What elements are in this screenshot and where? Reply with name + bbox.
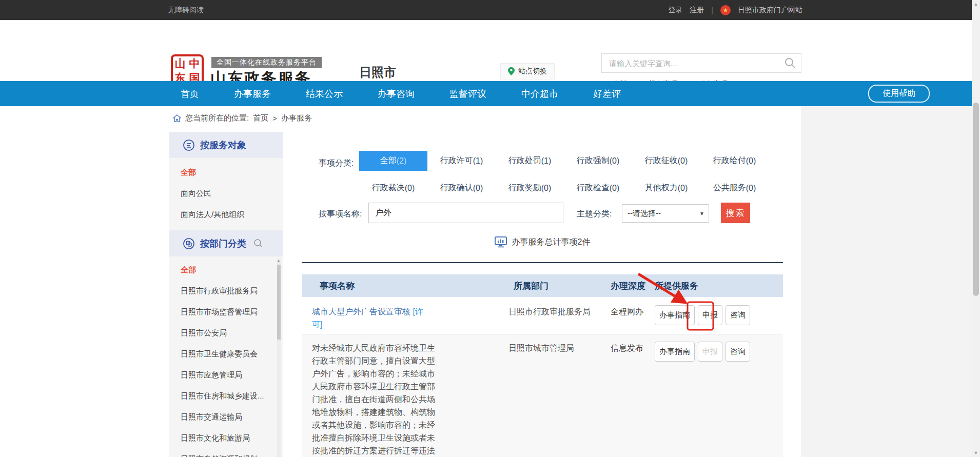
tab-xingzheng-chufa[interactable]: 行政处罚(1)	[496, 151, 564, 171]
apply-button-disabled: 申报	[698, 342, 722, 362]
department-list: 全部 日照市行政审批服务局 日照市市场监督管理局 日照市公安局 日照市卫生健康委…	[169, 256, 283, 457]
department-search-icon[interactable]	[253, 239, 263, 248]
tab-label: 行政给付	[713, 155, 746, 166]
category-tabs-row1: 全部(2) 行政许可(1) 行政处罚(1) 行政强制(0) 行政征收(0) 行政…	[359, 151, 769, 171]
department-item[interactable]: 日照市交通运输局	[169, 407, 283, 428]
service-object-list: 全部 面向公民 面向法人/其他组织	[169, 158, 283, 230]
main-nav: 首页 办事服务 结果公示 办事咨询 监督评议 中介超市 好差评 使用帮助	[0, 81, 972, 106]
breadcrumb-home[interactable]: 首页	[253, 113, 268, 123]
tab-xingzheng-zhengshou[interactable]: 行政征收(0)	[632, 151, 700, 171]
department-item[interactable]: 日照市文化和旅游局	[169, 428, 283, 449]
browser-scrollbar[interactable]: ▲ ▼	[972, 0, 980, 457]
tab-label: 行政奖励	[508, 183, 541, 193]
table-row: 城市大型户外广告设置审核 [许 可] 日照市行政审批服务局 全程网办 办事指南 …	[302, 297, 783, 334]
keyword-search-box	[601, 53, 801, 73]
tab-qita-quanli[interactable]: 其他权力(0)	[632, 178, 700, 198]
tab-xingzheng-jifu[interactable]: 行政给付(0)	[700, 151, 769, 171]
department-item[interactable]: 日照市应急管理局	[169, 365, 283, 386]
search-submit-button[interactable]: 搜索	[721, 203, 750, 223]
tab-count: (0)	[610, 184, 620, 193]
nav-services[interactable]: 办事服务	[234, 88, 271, 100]
topic-select[interactable]: --请选择-- ▼	[622, 204, 709, 223]
nav-supervision[interactable]: 监督评议	[449, 88, 486, 100]
tab-xingzheng-jiancha[interactable]: 行政检查(0)	[564, 178, 632, 198]
department-item[interactable]: 日照市自然资源和规划...	[169, 449, 283, 457]
nav-intermediary[interactable]: 中介超市	[521, 88, 558, 100]
sidebar: 按服务对象 全部 面向公民 面向法人/其他组织 按部门分类 全部 日照市行政审批…	[169, 132, 283, 457]
table-row: 对未经城市人民政府市容环境卫生行政主管部门同意，擅自设置大型户外广告，影响市容的…	[302, 334, 783, 457]
category-tabs-row2: 行政裁决(0) 行政确认(0) 行政奖励(0) 行政检查(0) 其他权力(0) …	[359, 178, 769, 198]
nav-results[interactable]: 结果公示	[306, 88, 343, 100]
tab-gonggong-fuwu[interactable]: 公共服务(0)	[700, 178, 769, 198]
item-name: 对未经城市人民政府市容环境卫生行政主管部门同意，擅自设置大型户外广告，影响市容的…	[312, 342, 441, 457]
scroll-up-icon[interactable]: ▲	[277, 259, 281, 263]
consult-button[interactable]: 咨询	[726, 342, 750, 362]
page-background-filler	[801, 106, 972, 457]
accessibility-link[interactable]: 无障碍阅读	[168, 6, 204, 15]
register-link[interactable]: 注册	[690, 6, 704, 15]
tab-count: (0)	[746, 156, 756, 166]
tab-count: (0)	[405, 184, 415, 193]
nav-rating[interactable]: 好差评	[593, 88, 621, 100]
department-item[interactable]: 日照市行政审批服务局	[169, 281, 283, 302]
location-pin-icon	[508, 67, 515, 75]
tab-xingzheng-xuke[interactable]: 行政许可(1)	[427, 151, 496, 171]
department-item-all[interactable]: 全部	[169, 260, 283, 281]
department-scrollbar[interactable]: ▲	[277, 259, 281, 457]
tab-xingzheng-qiangzhi[interactable]: 行政强制(0)	[564, 151, 632, 171]
tab-xingzheng-caijue[interactable]: 行政裁决(0)	[359, 178, 427, 198]
guide-button[interactable]: 办事指南	[655, 305, 695, 325]
site-switch-button[interactable]: 站点切换	[500, 63, 555, 80]
scroll-down-icon[interactable]: ▼	[972, 450, 980, 455]
category-filter-label: 事项分类:	[319, 158, 354, 169]
apply-button[interactable]: 申报	[698, 305, 722, 325]
department-item[interactable]: 日照市市场监督管理局	[169, 302, 283, 323]
portal-link[interactable]: 日照市政府门户网站	[738, 6, 802, 15]
tab-count: (1)	[541, 156, 552, 166]
item-department: 日照市行政审批服务局	[505, 305, 605, 317]
item-name-input[interactable]	[368, 203, 563, 223]
tab-count: (0)	[678, 156, 688, 166]
item-link[interactable]: 城市大型户外广告设置审核 [许 可]	[312, 305, 441, 331]
tab-all[interactable]: 全部(2)	[359, 151, 427, 171]
home-icon	[173, 114, 181, 122]
department-item[interactable]: 日照市卫生健康委员会	[169, 344, 283, 365]
scroll-up-icon[interactable]: ▲	[972, 2, 980, 7]
table-header: 事项名称 所属部门 办理深度 所提供服务	[302, 274, 783, 297]
service-object-header: 按服务对象	[169, 132, 283, 158]
keyword-search-input[interactable]	[602, 59, 785, 68]
login-link[interactable]: 登录	[668, 6, 682, 15]
item-actions: 办事指南 申报 咨询	[655, 305, 783, 325]
consult-button[interactable]: 咨询	[726, 305, 750, 325]
stats-summary: 办事服务总计事项2件	[302, 236, 783, 248]
tab-count: (0)	[473, 184, 483, 193]
stats-monitor-icon	[495, 236, 507, 248]
tab-xingzheng-queren[interactable]: 行政确认(0)	[427, 178, 496, 198]
item-search-row: 按事项名称: 主题分类: --请选择-- ▼ 搜索	[302, 203, 783, 225]
select-caret-icon: ▼	[699, 211, 704, 216]
service-object-all[interactable]: 全部	[169, 162, 283, 183]
tab-label: 行政许可	[440, 155, 473, 166]
tab-label: 其他权力	[645, 183, 678, 193]
department-icon	[183, 237, 195, 250]
scrollbar-thumb[interactable]	[277, 265, 281, 340]
service-object-citizen[interactable]: 面向公民	[169, 183, 283, 204]
platform-tag: 全国一体化在线政务服务平台	[211, 57, 322, 68]
tab-label: 公共服务	[713, 183, 746, 193]
guide-button[interactable]: 办事指南	[655, 342, 695, 362]
item-depth: 全程网办	[605, 305, 655, 317]
scrollbar-thumb[interactable]	[973, 103, 979, 296]
help-button[interactable]: 使用帮助	[868, 85, 930, 103]
nav-home[interactable]: 首页	[181, 88, 199, 100]
tab-label: 全部	[380, 155, 397, 166]
department-item[interactable]: 日照市住房和城乡建设...	[169, 386, 283, 407]
item-name: 城市大型户外广告设置审核	[312, 307, 410, 316]
nav-consult[interactable]: 办事咨询	[378, 88, 415, 100]
tab-count: (0)	[610, 156, 620, 166]
tab-xingzheng-jiangli[interactable]: 行政奖励(0)	[496, 178, 564, 198]
service-object-legal[interactable]: 面向法人/其他组织	[169, 204, 283, 225]
tab-count: (0)	[746, 184, 756, 193]
department-item[interactable]: 日照市公安局	[169, 323, 283, 344]
tab-label: 行政检查	[577, 183, 610, 193]
search-icon[interactable]	[785, 57, 796, 69]
